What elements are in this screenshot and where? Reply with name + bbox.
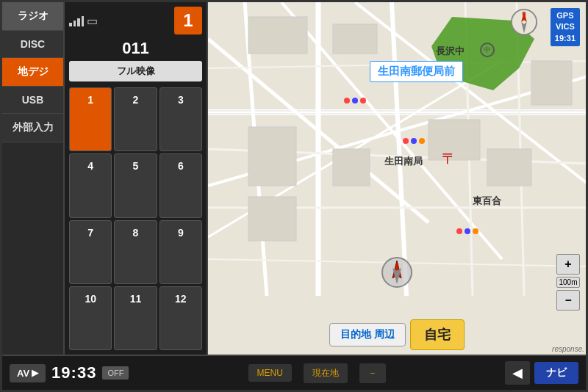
svg-rect-19 [333, 24, 377, 54]
destination-button[interactable]: 目的地 周辺 [329, 323, 406, 346]
keypad: 1 2 3 4 5 6 7 8 9 10 11 12 [69, 87, 202, 350]
full-image-button[interactable]: フル映像 [69, 61, 202, 81]
zoom-out-button[interactable]: － [556, 290, 580, 311]
key-1[interactable]: 1 [69, 87, 112, 151]
key-7[interactable]: 7 [69, 220, 112, 284]
svg-rect-18 [248, 17, 307, 54]
sidebar-item-radio[interactable]: ラジオ [2, 2, 63, 31]
key-5[interactable]: 5 [114, 153, 157, 217]
gps-label: GPS [555, 10, 576, 21]
screen: ラジオ DISC 地デジ USB 外部入力 ▭ [0, 0, 588, 392]
key-10[interactable]: 10 [69, 286, 112, 350]
sidebar-item-disc[interactable]: DISC [2, 31, 63, 58]
sidebar: ラジオ DISC 地デジ USB 外部入力 [2, 2, 65, 355]
off-button[interactable]: OFF [102, 366, 129, 380]
key-12[interactable]: 12 [159, 286, 202, 350]
dest-label: 目的地 [340, 328, 371, 340]
svg-rect-25 [531, 61, 572, 105]
bottom-center: MENU 現在地 － [248, 363, 386, 383]
key-3[interactable]: 3 [159, 87, 202, 151]
vics-label: VICS [555, 21, 576, 32]
svg-text:N: N [522, 10, 526, 17]
main-area: ラジオ DISC 地デジ USB 外部入力 ▭ [2, 2, 586, 355]
compass: N [510, 8, 538, 36]
map-circle-nagasawa: 中 [480, 43, 495, 57]
time-display: 19:33 [51, 363, 96, 382]
av-button[interactable]: AV ▶ [10, 364, 46, 382]
navi-button[interactable]: ナビ [534, 362, 578, 384]
bottom-bar: AV ▶ 19:33 OFF MENU 現在地 － ◀ ナビ [2, 355, 586, 390]
key-6[interactable]: 6 [159, 153, 202, 217]
map-bottom-buttons: 目的地 周辺 自宅 [329, 319, 465, 350]
svg-rect-21 [248, 127, 296, 186]
gps-time: 19:31 [555, 33, 576, 44]
gps-vics-badge: GPS VICS 19:31 [551, 8, 580, 46]
bottom-right: ◀ ナビ [505, 361, 578, 385]
svg-rect-22 [248, 197, 296, 241]
key-4[interactable]: 4 [69, 153, 112, 217]
map-text-nagasawa: 長沢中 [436, 45, 465, 58]
key-2[interactable]: 2 [114, 87, 157, 151]
dot-cluster-2 [403, 138, 425, 144]
back-arrow-button[interactable]: ◀ [505, 361, 530, 385]
map-area: GPS VICS 19:31 N 生田南郵便局前 長沢中 中 生田南局 〒 東百 [208, 2, 586, 355]
bottom-left: AV ▶ 19:33 OFF [10, 363, 129, 382]
nav-direction-arrow [381, 256, 413, 288]
current-pos-button[interactable]: 現在地 [304, 363, 348, 383]
zoom-in-button[interactable]: + [556, 254, 580, 275]
channel-panel: ▭ 1 011 フル映像 1 2 3 4 5 6 7 8 9 10 11 12 [65, 2, 208, 355]
dot-cluster-3 [456, 228, 478, 234]
zoom-controls: + 100m － [556, 254, 580, 311]
av-label: AV [17, 368, 29, 379]
dot-cluster-1 [344, 98, 366, 104]
svg-rect-23 [333, 149, 370, 186]
menu-button[interactable]: MENU [248, 364, 292, 382]
channel-top: ▭ 1 [69, 7, 202, 35]
map-roads-svg [208, 2, 586, 355]
channel-badge: 1 [174, 7, 202, 35]
sidebar-item-usb[interactable]: USB [2, 87, 63, 114]
watermark: response. [552, 345, 584, 353]
key-9[interactable]: 9 [159, 220, 202, 284]
location-label: 生田南郵便局前 [370, 61, 463, 82]
av-arrow-icon: ▶ [32, 368, 38, 378]
home-button[interactable]: 自宅 [410, 319, 465, 350]
tv-icon: ▭ [87, 14, 98, 28]
zoom-distance-label: 100m [556, 277, 580, 288]
signal-icon [69, 15, 84, 26]
map-text-higashiyuri: 東百合 [473, 195, 501, 208]
post-icon: 〒 [442, 149, 456, 169]
signal-area: ▭ [69, 14, 98, 28]
sidebar-item-chidigi[interactable]: 地デジ [2, 58, 63, 87]
svg-rect-24 [487, 149, 531, 186]
key-11[interactable]: 11 [114, 286, 157, 350]
minus-button[interactable]: － [359, 363, 386, 383]
map-text-ikutaminami: 生田南局 [384, 155, 423, 168]
sidebar-item-external[interactable]: 外部入力 [2, 114, 63, 142]
channel-display-number: 011 [69, 39, 202, 58]
key-8[interactable]: 8 [114, 220, 157, 284]
area-label: 周辺 [374, 328, 395, 340]
